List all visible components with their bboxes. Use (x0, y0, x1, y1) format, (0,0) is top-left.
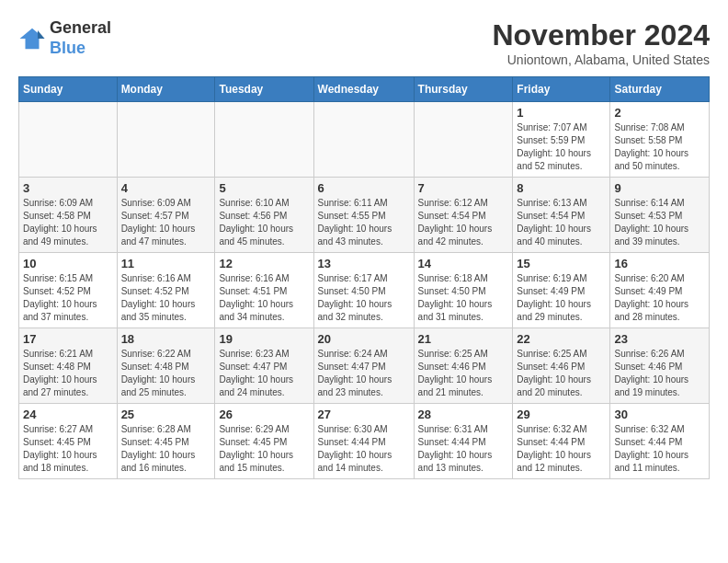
calendar-cell: 17Sunrise: 6:21 AM Sunset: 4:48 PM Dayli… (19, 328, 118, 404)
day-number: 19 (219, 332, 309, 346)
day-number: 22 (517, 332, 606, 346)
calendar-cell: 4Sunrise: 6:09 AM Sunset: 4:57 PM Daylig… (117, 178, 215, 253)
day-number: 3 (23, 181, 113, 195)
day-info: Sunrise: 6:32 AM Sunset: 4:44 PM Dayligh… (517, 423, 606, 475)
calendar-cell: 29Sunrise: 6:32 AM Sunset: 4:44 PM Dayli… (513, 404, 610, 479)
calendar: SundayMondayTuesdayWednesdayThursdayFrid… (18, 76, 710, 479)
page-container: General Blue November 2024 Uniontown, Al… (18, 18, 710, 479)
day-number: 30 (614, 408, 705, 421)
calendar-cell: 6Sunrise: 6:11 AM Sunset: 4:55 PM Daylig… (313, 178, 414, 253)
calendar-cell (215, 102, 313, 178)
day-number: 17 (23, 332, 113, 346)
calendar-header-friday: Friday (513, 77, 610, 102)
day-number: 1 (517, 106, 606, 120)
calendar-cell (117, 102, 215, 178)
day-number: 27 (318, 408, 410, 421)
day-info: Sunrise: 6:09 AM Sunset: 4:58 PM Dayligh… (23, 197, 113, 248)
day-info: Sunrise: 6:28 AM Sunset: 4:45 PM Dayligh… (121, 423, 211, 475)
day-number: 9 (614, 181, 705, 195)
calendar-cell: 27Sunrise: 6:30 AM Sunset: 4:44 PM Dayli… (313, 404, 414, 479)
calendar-cell (313, 102, 414, 178)
day-info: Sunrise: 6:24 AM Sunset: 4:47 PM Dayligh… (318, 348, 410, 399)
day-info: Sunrise: 6:21 AM Sunset: 4:48 PM Dayligh… (23, 348, 113, 399)
logo: General Blue (18, 18, 111, 58)
calendar-cell: 20Sunrise: 6:24 AM Sunset: 4:47 PM Dayli… (313, 328, 414, 404)
calendar-header-monday: Monday (117, 77, 215, 102)
calendar-cell: 24Sunrise: 6:27 AM Sunset: 4:45 PM Dayli… (19, 404, 118, 479)
day-info: Sunrise: 6:09 AM Sunset: 4:57 PM Dayligh… (121, 197, 211, 248)
calendar-cell: 3Sunrise: 6:09 AM Sunset: 4:58 PM Daylig… (19, 178, 118, 253)
calendar-week-5: 24Sunrise: 6:27 AM Sunset: 4:45 PM Dayli… (19, 404, 710, 479)
day-number: 8 (517, 181, 606, 195)
day-info: Sunrise: 6:22 AM Sunset: 4:48 PM Dayligh… (121, 348, 211, 399)
calendar-cell: 19Sunrise: 6:23 AM Sunset: 4:47 PM Dayli… (215, 328, 313, 404)
logo-text: General Blue (50, 18, 111, 58)
day-info: Sunrise: 6:19 AM Sunset: 4:49 PM Dayligh… (517, 272, 606, 324)
calendar-cell: 2Sunrise: 7:08 AM Sunset: 5:58 PM Daylig… (610, 102, 710, 178)
day-info: Sunrise: 6:11 AM Sunset: 4:55 PM Dayligh… (318, 197, 410, 248)
day-number: 10 (23, 257, 113, 270)
calendar-cell (19, 102, 118, 178)
calendar-cell: 28Sunrise: 6:31 AM Sunset: 4:44 PM Dayli… (414, 404, 513, 479)
day-info: Sunrise: 6:14 AM Sunset: 4:53 PM Dayligh… (614, 197, 705, 248)
calendar-cell: 10Sunrise: 6:15 AM Sunset: 4:52 PM Dayli… (19, 253, 118, 328)
day-info: Sunrise: 6:30 AM Sunset: 4:44 PM Dayligh… (318, 423, 410, 475)
day-info: Sunrise: 6:12 AM Sunset: 4:54 PM Dayligh… (418, 197, 509, 248)
day-info: Sunrise: 6:26 AM Sunset: 4:46 PM Dayligh… (614, 348, 705, 399)
calendar-cell: 7Sunrise: 6:12 AM Sunset: 4:54 PM Daylig… (414, 178, 513, 253)
day-info: Sunrise: 6:25 AM Sunset: 4:46 PM Dayligh… (418, 348, 509, 399)
calendar-header-tuesday: Tuesday (215, 77, 313, 102)
day-info: Sunrise: 6:10 AM Sunset: 4:56 PM Dayligh… (219, 197, 309, 248)
calendar-cell: 21Sunrise: 6:25 AM Sunset: 4:46 PM Dayli… (414, 328, 513, 404)
day-info: Sunrise: 7:08 AM Sunset: 5:58 PM Dayligh… (614, 121, 705, 173)
calendar-cell: 26Sunrise: 6:29 AM Sunset: 4:45 PM Dayli… (215, 404, 313, 479)
calendar-week-4: 17Sunrise: 6:21 AM Sunset: 4:48 PM Dayli… (19, 328, 710, 404)
calendar-week-3: 10Sunrise: 6:15 AM Sunset: 4:52 PM Dayli… (19, 253, 710, 328)
day-number: 14 (418, 257, 509, 270)
logo-line1: General (50, 18, 111, 39)
day-number: 5 (219, 181, 309, 195)
day-number: 29 (517, 408, 606, 421)
day-number: 24 (23, 408, 113, 421)
day-number: 12 (219, 257, 309, 270)
calendar-cell: 13Sunrise: 6:17 AM Sunset: 4:50 PM Dayli… (313, 253, 414, 328)
day-number: 15 (517, 257, 606, 270)
day-number: 13 (318, 257, 410, 270)
day-info: Sunrise: 6:17 AM Sunset: 4:50 PM Dayligh… (318, 272, 410, 324)
day-info: Sunrise: 7:07 AM Sunset: 5:59 PM Dayligh… (517, 121, 606, 173)
subtitle: Uniontown, Alabama, United States (492, 52, 710, 67)
calendar-cell: 14Sunrise: 6:18 AM Sunset: 4:50 PM Dayli… (414, 253, 513, 328)
day-number: 28 (418, 408, 509, 421)
day-number: 2 (614, 106, 705, 120)
day-info: Sunrise: 6:15 AM Sunset: 4:52 PM Dayligh… (23, 272, 113, 324)
logo-line2: Blue (50, 39, 85, 57)
day-info: Sunrise: 6:20 AM Sunset: 4:49 PM Dayligh… (614, 272, 705, 324)
calendar-cell: 25Sunrise: 6:28 AM Sunset: 4:45 PM Dayli… (117, 404, 215, 479)
calendar-header-saturday: Saturday (610, 77, 710, 102)
calendar-cell: 23Sunrise: 6:26 AM Sunset: 4:46 PM Dayli… (610, 328, 710, 404)
calendar-cell: 15Sunrise: 6:19 AM Sunset: 4:49 PM Dayli… (513, 253, 610, 328)
day-number: 7 (418, 181, 509, 195)
calendar-cell: 18Sunrise: 6:22 AM Sunset: 4:48 PM Dayli… (117, 328, 215, 404)
calendar-week-1: 1Sunrise: 7:07 AM Sunset: 5:59 PM Daylig… (19, 102, 710, 178)
calendar-week-2: 3Sunrise: 6:09 AM Sunset: 4:58 PM Daylig… (19, 178, 710, 253)
day-number: 26 (219, 408, 309, 421)
calendar-cell: 22Sunrise: 6:25 AM Sunset: 4:46 PM Dayli… (513, 328, 610, 404)
day-info: Sunrise: 6:25 AM Sunset: 4:46 PM Dayligh… (517, 348, 606, 399)
day-info: Sunrise: 6:31 AM Sunset: 4:44 PM Dayligh… (418, 423, 509, 475)
calendar-cell: 1Sunrise: 7:07 AM Sunset: 5:59 PM Daylig… (513, 102, 610, 178)
day-number: 16 (614, 257, 705, 270)
day-number: 4 (121, 181, 211, 195)
calendar-cell: 9Sunrise: 6:14 AM Sunset: 4:53 PM Daylig… (610, 178, 710, 253)
calendar-header-row: SundayMondayTuesdayWednesdayThursdayFrid… (19, 77, 710, 102)
day-number: 6 (318, 181, 410, 195)
day-number: 25 (121, 408, 211, 421)
calendar-cell (414, 102, 513, 178)
logo-icon (18, 25, 46, 52)
day-number: 20 (318, 332, 410, 346)
calendar-cell: 16Sunrise: 6:20 AM Sunset: 4:49 PM Dayli… (610, 253, 710, 328)
main-title: November 2024 (492, 18, 710, 52)
day-info: Sunrise: 6:16 AM Sunset: 4:51 PM Dayligh… (219, 272, 309, 324)
calendar-cell: 8Sunrise: 6:13 AM Sunset: 4:54 PM Daylig… (513, 178, 610, 253)
calendar-header-wednesday: Wednesday (313, 77, 414, 102)
